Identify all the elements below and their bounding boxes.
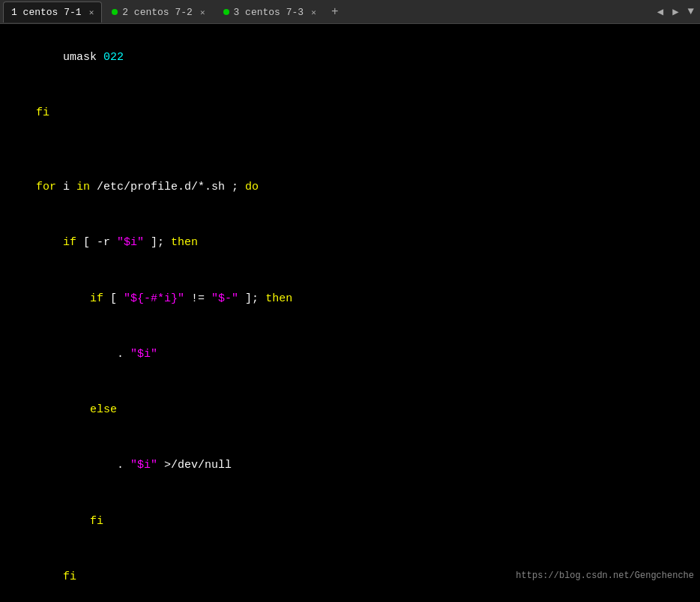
tab-centos-7-3[interactable]: 3 centos 7-3 ✕: [215, 1, 325, 22]
tab-label: 2 centos 7-2: [122, 7, 193, 18]
code-line-else: else: [9, 382, 691, 438]
close-icon[interactable]: ✕: [311, 7, 316, 17]
nav-dropdown-icon[interactable]: ▼: [685, 5, 697, 18]
nav-left-icon[interactable]: ◀: [654, 5, 666, 18]
tab-bar: 1 centos 7-1 ✕ 2 centos 7-2 ✕ 3 centos 7…: [0, 0, 700, 24]
code-line-empty1: [9, 142, 691, 160]
close-icon[interactable]: ✕: [200, 7, 205, 17]
code-line-if1: if [ -r "$i" ]; then: [9, 216, 691, 271]
nav-right-icon[interactable]: ▶: [669, 5, 681, 18]
tab-label: 3 centos 7-3: [234, 7, 304, 18]
code-line-fi1: fi: [9, 85, 691, 141]
tab-navigation: ◀ ▶ ▼: [654, 5, 697, 18]
add-tab-button[interactable]: +: [326, 3, 344, 21]
tab-dot: [223, 9, 229, 15]
code-line-for: for i in /etc/profile.d/*.sh ; do: [9, 160, 691, 215]
code-line-umask: umask 022: [9, 30, 691, 85]
terminal-window: umask 022 fi for i in /etc/profile.d/*.s…: [0, 24, 700, 602]
close-icon[interactable]: ✕: [89, 7, 94, 17]
watermark: https://blog.csdn.net/Gengchenche: [516, 571, 694, 581]
tab-centos-7-1[interactable]: 1 centos 7-1 ✕: [3, 1, 102, 22]
code-line-if2: if [ "${-#*i}" != "$-" ]; then: [9, 271, 691, 327]
tab-dot: [112, 9, 118, 15]
code-line-dot2: . "$i" >/dev/null: [9, 439, 691, 494]
code-line-fi2: fi: [9, 494, 691, 550]
tab-centos-7-2[interactable]: 2 centos 7-2 ✕: [103, 1, 213, 22]
tab-label: 1 centos 7-1: [11, 7, 82, 18]
code-line-dot1: . "$i": [9, 327, 691, 382]
